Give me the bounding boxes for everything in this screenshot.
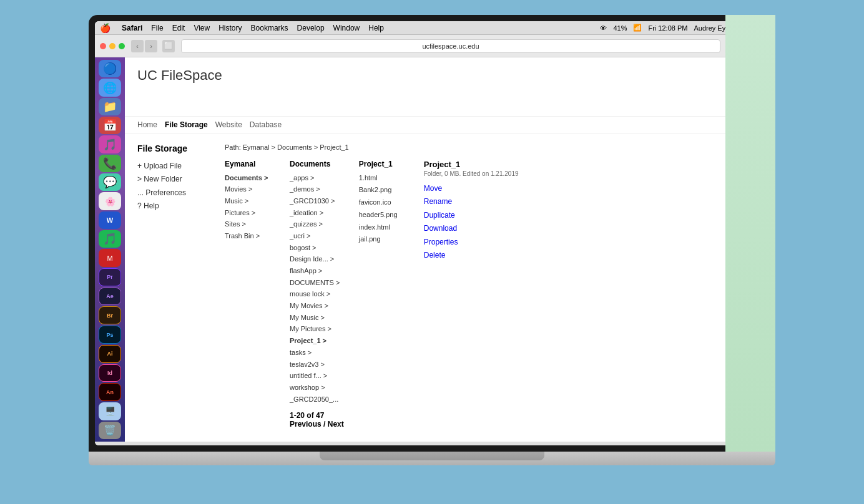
action-rename[interactable]: Rename xyxy=(424,195,519,209)
eymanal-trash[interactable]: Trash Bin > xyxy=(225,230,275,242)
dock-premiere[interactable]: Pr xyxy=(99,268,121,286)
file-indexhtml[interactable]: index.html xyxy=(359,221,409,234)
apple-menu[interactable]: 🍎 xyxy=(100,23,110,33)
doc-bogost[interactable]: bogost > xyxy=(290,242,344,254)
nav-website[interactable]: Website xyxy=(215,120,242,129)
dock-files[interactable]: 📁 xyxy=(99,98,121,115)
content-area: 🔵 🌐 📁 📅 🎵 📞 💬 🌸 W 🎵 M Pr Ae Br Ps Ai xyxy=(95,57,769,442)
dock-facetime[interactable]: 📞 xyxy=(99,155,121,172)
doc-mymovies[interactable]: My Movies > xyxy=(290,300,344,312)
dock-red1[interactable]: M xyxy=(99,249,121,266)
nav-buttons: ‹ › xyxy=(131,40,157,52)
eymanal-items: Documents > Movies > Music > Pictures > … xyxy=(225,172,275,242)
dock-spotify[interactable]: 🎵 xyxy=(99,230,121,248)
menu-view[interactable]: View xyxy=(194,24,210,32)
file-faviconico[interactable]: favicon.ico xyxy=(359,196,409,209)
dock-photoshop[interactable]: Ps xyxy=(99,326,121,344)
file-1html[interactable]: 1.html xyxy=(359,172,409,185)
file-bank2png[interactable]: Bank2.png xyxy=(359,184,409,196)
doc-mypictures[interactable]: My Pictures > xyxy=(290,323,344,335)
menu-history[interactable]: History xyxy=(218,24,242,32)
eymanal-movies[interactable]: Movies > xyxy=(225,183,275,195)
website-content: UC FileSpace Eymanal Logout Account Help… xyxy=(125,57,769,442)
menu-help[interactable]: Help xyxy=(368,24,384,32)
doc-project1[interactable]: Project_1 > xyxy=(290,335,344,347)
upload-file-link[interactable]: + Upload File xyxy=(137,160,212,173)
menu-window[interactable]: Window xyxy=(333,24,360,32)
address-bar[interactable]: ucfilespace.uc.edu xyxy=(181,39,720,53)
nav-file-storage[interactable]: File Storage xyxy=(165,120,208,129)
doc-teslav2v3[interactable]: teslav2v3 > xyxy=(290,359,344,371)
dock-sidebar: 🔵 🌐 📁 📅 🎵 📞 💬 🌸 W 🎵 M Pr Ae Br Ps Ai xyxy=(95,57,125,442)
previous-link[interactable]: Previous xyxy=(290,420,322,429)
dock-photos[interactable]: 🌸 xyxy=(99,192,121,210)
action-move[interactable]: Move xyxy=(424,182,519,196)
breadcrumb: Path: Eymanal > Documents > Project_1 xyxy=(225,143,757,151)
nav-home[interactable]: Home xyxy=(137,120,157,129)
minimize-button[interactable] xyxy=(109,43,115,49)
preferences-link[interactable]: ... Preferences xyxy=(137,187,212,200)
doc-design[interactable]: Design Ide... > xyxy=(290,253,344,265)
maximize-button[interactable] xyxy=(119,43,125,49)
action-properties[interactable]: Properties xyxy=(424,236,519,250)
action-download[interactable]: Download xyxy=(424,222,519,236)
doc-ideation[interactable]: _ideation > xyxy=(290,207,344,219)
doc-untitled[interactable]: untitled f... > xyxy=(290,370,344,382)
dock-illustrator[interactable]: Ai xyxy=(99,345,121,363)
site-nav: Home File Storage Website Database xyxy=(125,117,769,133)
action-duplicate[interactable]: Duplicate xyxy=(424,209,519,223)
pagination-slash: / xyxy=(323,420,328,429)
dock-indesign[interactable]: Id xyxy=(99,364,121,382)
forward-button[interactable]: › xyxy=(145,40,157,52)
pagination: 1-20 of 47 Previous / Next xyxy=(290,411,344,429)
eymanal-music[interactable]: Music > xyxy=(225,195,275,207)
menu-edit[interactable]: Edit xyxy=(172,24,185,32)
documents-column: Documents _apps > _demos > _GRCD1030 > _… xyxy=(290,160,344,429)
dock-calendar[interactable]: 📅 xyxy=(99,117,121,134)
share-button[interactable]: ⬜ xyxy=(162,40,175,52)
file-header5png[interactable]: header5.png xyxy=(359,209,409,221)
nav-database[interactable]: Database xyxy=(250,120,282,129)
next-link[interactable]: Next xyxy=(328,420,344,429)
doc-ucri[interactable]: _ucri > xyxy=(290,230,344,242)
dock-finder2[interactable]: 🖥️ xyxy=(99,402,121,420)
file-jailpng[interactable]: jail.png xyxy=(359,233,409,246)
new-folder-link[interactable]: > New Folder xyxy=(137,173,212,187)
action-delete[interactable]: Delete xyxy=(424,249,519,263)
doc-workshop[interactable]: workshop > xyxy=(290,382,344,394)
dock-finder[interactable]: 🔵 xyxy=(99,60,121,77)
bottom-bar xyxy=(95,442,769,445)
back-button[interactable]: ‹ xyxy=(131,40,144,52)
eymanal-pictures[interactable]: Pictures > xyxy=(225,207,275,219)
dock-aftereffects[interactable]: Ae xyxy=(99,288,121,306)
doc-apps[interactable]: _apps > xyxy=(290,172,344,184)
doc-grcd1030[interactable]: _GRCD1030 > xyxy=(290,195,344,207)
wifi-icon: 📶 xyxy=(633,24,642,32)
doc-documents[interactable]: DOCUMENTS > xyxy=(290,277,344,289)
dock-trash[interactable]: 🗑️ xyxy=(99,422,121,439)
eymanal-sites[interactable]: Sites > xyxy=(225,218,275,230)
menu-bookmarks[interactable]: Bookmarks xyxy=(251,24,288,32)
doc-tasks[interactable]: tasks > xyxy=(290,347,344,359)
dock-bridge[interactable]: Br xyxy=(99,306,121,324)
menu-develop[interactable]: Develop xyxy=(297,24,325,32)
menu-file[interactable]: File xyxy=(151,24,163,32)
doc-mouselock[interactable]: mouse lock > xyxy=(290,288,344,300)
dock-animate[interactable]: An xyxy=(99,383,121,401)
dock-itunes[interactable]: 🎵 xyxy=(99,135,121,153)
site-title: UC FileSpace xyxy=(137,67,222,84)
documents-items: _apps > _demos > _GRCD1030 > _ideation >… xyxy=(290,172,344,405)
eymanal-documents[interactable]: Documents > xyxy=(225,172,275,184)
help-action-link[interactable]: ? Help xyxy=(137,200,212,213)
doc-quizzes[interactable]: _quizzes > xyxy=(290,218,344,230)
dock-messages[interactable]: 💬 xyxy=(99,173,121,191)
close-button[interactable] xyxy=(100,43,106,49)
clock: Fri 12:08 PM xyxy=(648,24,687,32)
dock-safari[interactable]: 🌐 xyxy=(99,79,121,96)
doc-grcd2050[interactable]: _GRCD2050_... xyxy=(290,394,344,405)
doc-demos[interactable]: _demos > xyxy=(290,183,344,195)
dock-word[interactable]: W xyxy=(99,211,121,229)
doc-flashapp[interactable]: flashApp > xyxy=(290,265,344,277)
app-name[interactable]: Safari xyxy=(122,24,142,32)
doc-mymusic[interactable]: My Music > xyxy=(290,312,344,324)
